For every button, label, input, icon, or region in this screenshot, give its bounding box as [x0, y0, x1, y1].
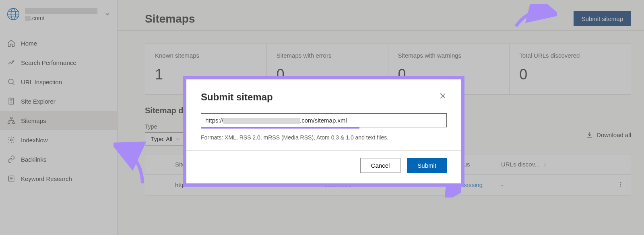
sitemap-url-input[interactable]: https://.com/sitemap.xml	[201, 113, 447, 127]
submit-sitemap-dialog: Submit sitemap https://.com/sitemap.xml …	[183, 76, 464, 187]
submit-button[interactable]: Submit	[407, 158, 447, 173]
formats-help-text: Formats: XML, RSS 2.0, mRSS (Media RSS),…	[201, 134, 447, 141]
dialog-title: Submit sitemap	[201, 92, 273, 103]
close-button[interactable]	[439, 92, 447, 102]
close-icon	[439, 92, 447, 100]
cancel-button[interactable]: Cancel	[360, 158, 401, 173]
